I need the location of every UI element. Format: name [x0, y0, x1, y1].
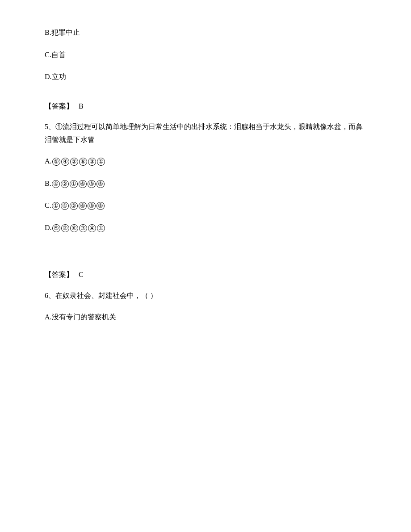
- option-a-q5-prefix: A.: [45, 157, 52, 165]
- circle-d3: ⑥: [70, 224, 78, 232]
- circle-a2: ④: [61, 158, 69, 166]
- question-5: 5、①流泪过程可以简单地理解为日常生活中的出排水系统：泪腺相当于水龙头，眼睛就像…: [45, 121, 366, 147]
- circle-c2: ④: [61, 202, 69, 210]
- option-c-q5: C.①④②⑥③⑤: [45, 200, 366, 211]
- circle-a3: ②: [70, 158, 78, 166]
- circle-a5: ③: [88, 158, 96, 166]
- circle-d5: ④: [88, 224, 96, 232]
- circle-d4: ③: [79, 224, 87, 232]
- question-5-body: ①流泪过程可以简单地理解为日常生活中的出排水系统：泪腺相当于水龙头，眼睛就像水盆…: [45, 123, 363, 143]
- circle-c6: ⑤: [96, 202, 105, 210]
- circle-c5: ③: [88, 202, 96, 210]
- option-b-q5: B.④②①⑥③⑤: [45, 178, 366, 189]
- option-a-q5: A.⑤④②⑥③①: [45, 155, 366, 167]
- circle-a6: ①: [97, 158, 105, 166]
- option-d-q5: D.⑤②⑥③④①: [45, 222, 366, 234]
- question-6-number: 6、: [45, 292, 55, 299]
- circle-b5: ③: [88, 180, 96, 188]
- answer-q5-label: 【答案】: [45, 271, 73, 278]
- question-6-text: 6、在奴隶社会、封建社会中，（ ）: [45, 289, 366, 302]
- circle-a4: ⑥: [79, 158, 87, 166]
- option-d-q5-prefix: D.: [45, 224, 52, 231]
- answer-q5-value: C: [79, 271, 84, 278]
- answer-q4-label: 【答案】: [45, 102, 73, 110]
- answer-q4: 【答案】 B: [45, 101, 366, 112]
- circle-b1: ④: [52, 180, 60, 188]
- circle-d2: ②: [61, 224, 69, 232]
- circle-b4: ⑥: [79, 180, 87, 188]
- circle-b2: ②: [61, 180, 69, 188]
- question-6: 6、在奴隶社会、封建社会中，（ ）: [45, 289, 366, 302]
- circle-c1: ①: [52, 202, 60, 210]
- top-options-section: B.犯罪中止 C.自首 D.立功: [45, 27, 366, 83]
- answer-q5: 【答案】 C: [45, 269, 366, 281]
- options-q5: A.⑤④②⑥③① B.④②①⑥③⑤ C.①④②⑥③⑤ D.⑤②⑥③④①: [45, 155, 366, 233]
- circle-b3: ①: [70, 180, 78, 188]
- option-d-ligong: D.立功: [45, 71, 366, 83]
- options-q6: A.没有专门的警察机关: [45, 311, 366, 323]
- question-5-number: 5、: [45, 123, 55, 130]
- question-5-text: 5、①流泪过程可以简单地理解为日常生活中的出排水系统：泪腺相当于水龙头，眼睛就像…: [45, 121, 366, 147]
- circle-c4: ⑥: [79, 202, 87, 210]
- circle-d1: ⑤: [52, 224, 60, 232]
- option-c-q5-prefix: C.: [45, 201, 51, 209]
- circle-c3: ②: [70, 202, 78, 210]
- option-c-zishou: C.自首: [45, 49, 366, 61]
- option-b-crime: B.犯罪中止: [45, 27, 366, 38]
- circle-b6: ⑤: [96, 180, 105, 188]
- circle-a1: ⑤: [52, 158, 60, 166]
- option-a-q6: A.没有专门的警察机关: [45, 311, 366, 323]
- answer-q4-value: B: [79, 102, 84, 110]
- option-b-q5-prefix: B.: [45, 180, 51, 187]
- question-6-body: 在奴隶社会、封建社会中，（ ）: [55, 292, 157, 299]
- circle-d6: ①: [97, 224, 105, 232]
